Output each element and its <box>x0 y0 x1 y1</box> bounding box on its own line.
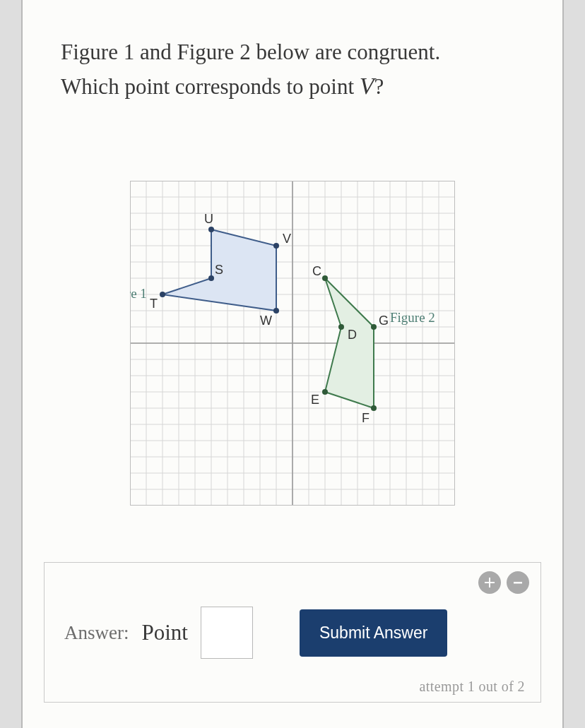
svg-point-45 <box>208 227 214 232</box>
svg-point-49 <box>208 275 214 281</box>
attempt-counter: attempt 1 out of 2 <box>60 679 525 695</box>
vertex-label-U: U <box>204 212 213 226</box>
vertex-label-D: D <box>348 328 357 342</box>
figure-1-label: Figure 1 <box>130 286 147 301</box>
question-variable: V <box>360 73 374 99</box>
vertex-label-E: E <box>311 393 319 407</box>
svg-point-48 <box>160 292 165 297</box>
svg-point-53 <box>322 389 328 395</box>
answer-panel: Answer: Point Submit Answer attempt 1 ou… <box>44 562 541 703</box>
vertex-label-W: W <box>260 314 272 328</box>
answer-label: Answer: <box>64 622 129 644</box>
svg-point-47 <box>273 308 279 314</box>
svg-point-54 <box>338 324 344 330</box>
expand-button[interactable] <box>478 571 501 594</box>
coordinate-grid: U V W T S C G F E D <box>130 181 455 506</box>
vertex-label-S: S <box>215 263 223 277</box>
submit-answer-button[interactable]: Submit Answer <box>300 609 447 657</box>
plus-icon <box>483 576 496 589</box>
collapse-button[interactable] <box>507 571 529 594</box>
vertex-label-G: G <box>379 314 389 328</box>
question-line2-pre: Which point corresponds to point <box>61 74 360 99</box>
question-text: Figure 1 and Figure 2 below are congruen… <box>61 37 524 103</box>
svg-point-52 <box>371 405 377 411</box>
graph-area: U V W T S C G F E D <box>42 181 543 506</box>
svg-rect-55 <box>514 582 522 584</box>
vertex-label-F: F <box>362 411 370 425</box>
answer-row: Answer: Point Submit Answer <box>64 607 525 659</box>
point-label: Point <box>141 620 187 645</box>
card-icon-row <box>478 571 529 594</box>
vertex-label-T: T <box>150 297 158 311</box>
answer-input[interactable] <box>201 607 253 659</box>
svg-point-50 <box>322 275 328 281</box>
problem-card: Figure 1 and Figure 2 below are congruen… <box>21 0 564 728</box>
minus-icon <box>512 576 524 589</box>
figure-2-label: Figure 2 <box>390 310 435 325</box>
vertex-label-C: C <box>312 264 321 278</box>
question-line2-post: ? <box>374 74 384 99</box>
vertex-label-V: V <box>283 232 291 246</box>
svg-point-46 <box>273 243 279 249</box>
svg-point-51 <box>371 324 377 330</box>
question-line1: Figure 1 and Figure 2 below are congruen… <box>61 40 440 64</box>
